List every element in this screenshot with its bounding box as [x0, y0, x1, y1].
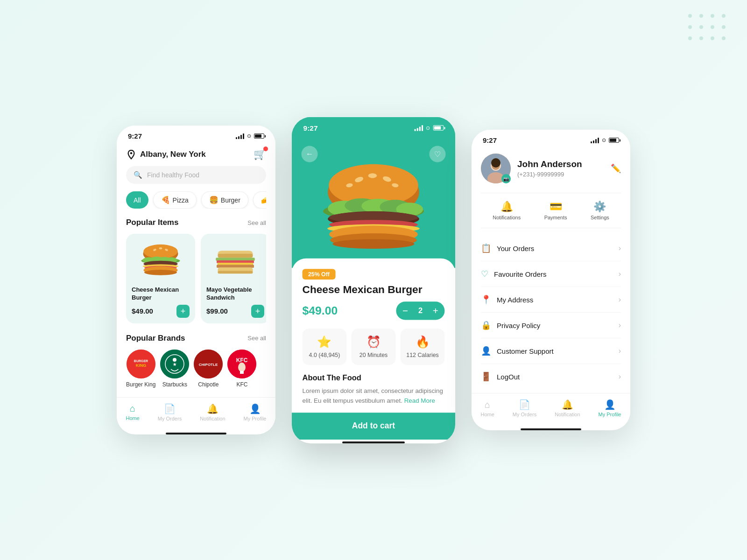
- quantity-increase[interactable]: +: [428, 303, 443, 318]
- svg-text:KING: KING: [135, 363, 146, 368]
- price-qty-row: $49.00 − 2 +: [303, 301, 445, 320]
- read-more-link[interactable]: Read More: [404, 396, 435, 403]
- category-all[interactable]: All: [126, 191, 148, 209]
- food-card-img-2: [207, 239, 263, 281]
- rating-label: 4.0 (48,945): [309, 351, 340, 358]
- logout-chevron: ›: [619, 372, 621, 381]
- decorative-dots: [688, 14, 728, 43]
- profile-actions: 🔔 Notifications 💳 Payments ⚙️ Settings: [481, 193, 621, 228]
- address-menu-icon: 📍: [481, 294, 491, 305]
- burger-img-1: [137, 242, 184, 279]
- nav-profile-3[interactable]: 👤 My Profile: [599, 399, 621, 417]
- nav-notification-1[interactable]: 🔔 Notification: [200, 403, 225, 421]
- wifi-icon-2: ⊙: [426, 125, 430, 131]
- add-to-cart-btn-2[interactable]: +: [251, 305, 264, 318]
- time-label: 20 Minutes: [359, 351, 388, 358]
- add-to-cart-btn-1[interactable]: +: [176, 305, 190, 318]
- battery-icon-3: [609, 138, 619, 143]
- starbucks-logo: ★: [160, 350, 189, 378]
- food-card-sandwich[interactable]: Mayo Vegetable Sandwich $99.00 +: [201, 234, 266, 323]
- popular-brands-header: Popular Brands See all: [126, 334, 266, 343]
- food-name-1: Cheese Mexican Burger: [132, 286, 190, 302]
- brand-chipotle[interactable]: CHIPOTLE Chipotle: [194, 350, 223, 388]
- status-icons-2: ⊙: [415, 125, 444, 131]
- cart-button[interactable]: 🛒: [254, 148, 266, 161]
- search-icon: 🔍: [134, 171, 142, 179]
- svg-text:KFC: KFC: [236, 357, 248, 364]
- settings-action[interactable]: ⚙️ Settings: [591, 201, 609, 220]
- edit-profile-button[interactable]: ✏️: [611, 163, 621, 174]
- logout-text: LogOut: [497, 373, 520, 381]
- home-indicator-2: [342, 441, 405, 443]
- category-snack[interactable]: 🧀: [253, 191, 266, 209]
- cart-badge: [263, 147, 268, 151]
- burger-king-svg: BURGER KING: [127, 350, 155, 378]
- svg-rect-23: [218, 271, 253, 274]
- phone-profile: 9:27 ⊙: [472, 130, 630, 430]
- status-time-2: 9:27: [303, 124, 318, 132]
- status-time-3: 9:27: [483, 136, 497, 144]
- popular-items-see-all[interactable]: See all: [247, 219, 266, 226]
- menu-customer-support[interactable]: 👤 Customer Support ›: [481, 338, 621, 364]
- pizza-emoji: 🍕: [161, 196, 170, 204]
- popular-items-header: Popular Items See all: [126, 218, 266, 227]
- svg-text:★: ★: [173, 362, 177, 367]
- brands-see-all[interactable]: See all: [247, 335, 266, 342]
- phone-home: 9:27 ⊙: [117, 126, 275, 434]
- payments-action[interactable]: 💳 Payments: [544, 201, 567, 220]
- nav-home-1[interactable]: ⌂ Home: [126, 403, 139, 421]
- quantity-control: − 2 +: [396, 301, 445, 320]
- status-icons-3: ⊙: [591, 137, 619, 143]
- menu-favourite-orders[interactable]: ♡ Favourite Orders ›: [481, 261, 621, 287]
- food-price-2: $99.00: [206, 307, 228, 315]
- logout-menu-icon: 🚪: [481, 371, 491, 382]
- item-name: Cheese Mexican Burger: [303, 283, 445, 296]
- svg-point-2: [143, 245, 177, 259]
- chipotle-logo: CHIPOTLE: [194, 350, 223, 378]
- nav-orders-3[interactable]: 📄 My Orders: [513, 399, 536, 417]
- menu-privacy-policy[interactable]: 🔒 Privacy Policy ›: [481, 313, 621, 338]
- brand-name-kfc: KFC: [236, 381, 247, 388]
- home-indicator-3: [521, 428, 581, 430]
- home-icon-3: ⌂: [485, 399, 490, 410]
- signal-icon-3: [591, 138, 599, 143]
- nav-orders-1[interactable]: 📄 My Orders: [158, 403, 182, 421]
- privacy-menu-icon: 🔒: [481, 320, 491, 330]
- calories-label: 112 Calaries: [406, 351, 438, 358]
- hero-burger-svg: [316, 162, 431, 253]
- food-card-cheese-burger[interactable]: Cheese Mexican Burger $49.00 +: [126, 234, 195, 323]
- nav-profile-label-1: My Profile: [244, 416, 267, 421]
- category-pizza[interactable]: 🍕 Pizza: [153, 191, 197, 209]
- brand-name-chipotle: Chipotle: [198, 381, 218, 388]
- search-bar[interactable]: 🔍 Find healthy Food: [126, 166, 266, 184]
- add-to-cart-button[interactable]: Add to cart: [292, 413, 455, 440]
- profile-info: John Anderson (+231)-99999999: [511, 159, 611, 178]
- quantity-decrease[interactable]: −: [398, 303, 413, 318]
- clock-icon: ⏰: [366, 335, 381, 349]
- brand-kfc[interactable]: KFC KFC: [227, 350, 256, 388]
- nav-home-3[interactable]: ⌂ Home: [480, 399, 494, 417]
- wifi-icon-1: ⊙: [247, 133, 251, 139]
- privacy-chevron: ›: [619, 321, 621, 329]
- category-burger[interactable]: 🍔 Burger: [201, 191, 248, 209]
- sandwich-img: [212, 242, 259, 279]
- menu-my-address[interactable]: 📍 My Address ›: [481, 287, 621, 313]
- favorite-button[interactable]: ♡: [429, 146, 445, 162]
- nav-profile-1[interactable]: 👤 My Profile: [244, 403, 267, 421]
- food-cards-row: Cheese Mexican Burger $49.00 +: [126, 234, 266, 323]
- home-indicator-1: [166, 433, 226, 434]
- menu-logout[interactable]: 🚪 LogOut ›: [481, 364, 621, 389]
- status-icons-1: ⊙: [236, 133, 264, 139]
- categories-row: All 🍕 Pizza 🍔 Burger 🧀: [126, 191, 266, 209]
- back-button[interactable]: ←: [302, 146, 318, 162]
- brand-name-starbucks: Starbucks: [162, 381, 187, 388]
- phone2-header: 9:27 ⊙ ← ♡: [292, 117, 455, 267]
- brand-starbucks[interactable]: ★ Starbucks: [160, 350, 189, 388]
- avatar-wrap: 📷: [481, 154, 511, 183]
- nav-notification-3[interactable]: 🔔 Notification: [555, 399, 580, 417]
- brand-burger-king[interactable]: BURGER KING Burger King: [126, 350, 155, 388]
- profile-icon-3: 👤: [604, 399, 616, 410]
- svg-text:BURGER: BURGER: [134, 359, 148, 363]
- menu-your-orders[interactable]: 📋 Your Orders ›: [481, 236, 621, 261]
- notifications-action[interactable]: 🔔 Notifications: [493, 201, 521, 220]
